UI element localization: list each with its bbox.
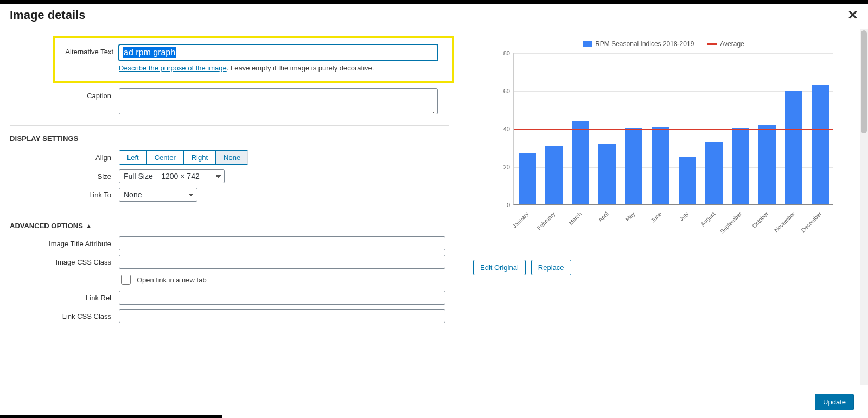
y-tick-label: 20 <box>494 164 510 170</box>
chart-bar <box>572 121 589 204</box>
settings-panel: Alternative Text ad rpm graph Describe t… <box>0 29 459 387</box>
y-tick-label: 0 <box>494 202 510 208</box>
align-button-group: Left Center Right None <box>119 150 248 165</box>
alt-text-value: ad rpm graph <box>123 47 176 58</box>
size-label: Size <box>0 169 119 181</box>
window-top-border <box>0 0 868 4</box>
alt-text-highlight: Alternative Text ad rpm graph Describe t… <box>53 36 454 83</box>
chart-bar <box>758 125 776 204</box>
dialog-title: Image details <box>10 8 85 22</box>
open-new-tab-checkbox[interactable] <box>121 275 131 285</box>
chart-bar <box>625 128 642 204</box>
alt-text-input[interactable]: ad rpm graph <box>119 44 438 61</box>
x-tick-label: November <box>773 210 796 234</box>
chart-bar <box>545 146 563 205</box>
align-left-button[interactable]: Left <box>119 151 147 164</box>
chart-bar <box>812 85 829 205</box>
chart-bar <box>598 144 616 204</box>
align-center-button[interactable]: Center <box>147 151 184 164</box>
preview-panel: RPM Seasonal Indices 2018-2019 Average 0… <box>459 29 868 387</box>
link-css-input[interactable] <box>119 309 445 323</box>
chart-bar <box>785 91 802 204</box>
chart-bar <box>519 153 536 205</box>
dialog-footer: Update <box>0 385 868 418</box>
x-tick-label: August <box>699 210 717 228</box>
dialog-header: Image details ✕ <box>0 4 868 29</box>
advanced-options-toggle[interactable]: ADVANCED OPTIONS ▲ <box>0 214 459 234</box>
link-to-label: Link To <box>0 188 119 199</box>
link-rel-label: Link Rel <box>0 291 119 302</box>
window-bottom-border <box>0 415 222 418</box>
x-tick-label: December <box>800 210 823 234</box>
chart-bar <box>652 127 669 205</box>
legend-series: RPM Seasonal Indices 2018-2019 <box>583 40 694 48</box>
chart-preview: RPM Seasonal Indices 2018-2019 Average 0… <box>494 40 833 241</box>
caret-up-icon: ▲ <box>86 223 92 229</box>
align-right-button[interactable]: Right <box>184 151 216 164</box>
x-tick-label: July <box>678 210 690 222</box>
size-select[interactable]: Full Size – 1200 × 742 <box>119 169 225 183</box>
update-button[interactable]: Update <box>815 394 854 410</box>
image-css-input[interactable] <box>119 255 445 269</box>
legend-swatch-icon <box>583 41 592 47</box>
x-tick-label: April <box>597 210 609 223</box>
open-new-tab-label: Open link in a new tab <box>137 276 207 284</box>
alt-text-label: Alternative Text <box>59 44 119 56</box>
caption-input[interactable] <box>119 88 438 114</box>
x-tick-label: February <box>535 210 556 231</box>
x-tick-label: June <box>649 210 663 224</box>
y-tick-label: 40 <box>494 126 510 132</box>
x-tick-label: May <box>624 210 636 223</box>
preview-scrollbar-thumb[interactable] <box>861 30 867 133</box>
display-settings-title: DISPLAY SETTINGS <box>0 126 459 148</box>
alt-text-hint-link[interactable]: Describe the purpose of the image <box>119 64 227 72</box>
legend-line-icon <box>707 43 717 45</box>
align-label: Align <box>0 150 119 162</box>
link-rel-input[interactable] <box>119 291 445 305</box>
image-title-input[interactable] <box>119 236 445 250</box>
alt-text-hint: Describe the purpose of the image. Leave… <box>119 64 448 72</box>
open-new-tab-row[interactable]: Open link in a new tab <box>119 273 445 286</box>
edit-original-button[interactable]: Edit Original <box>473 260 526 275</box>
y-tick-label: 60 <box>494 88 510 94</box>
chart-bar <box>732 128 749 204</box>
link-css-label: Link CSS Class <box>0 309 119 320</box>
link-to-select[interactable]: None <box>119 188 197 202</box>
x-tick-label: September <box>719 210 743 235</box>
chart-average-line <box>514 129 833 130</box>
legend-average: Average <box>707 40 744 48</box>
chart-plot-area: 020406080JanuaryFebruaryMarchAprilMayJun… <box>513 53 833 205</box>
y-tick-label: 80 <box>494 50 510 56</box>
x-tick-label: March <box>567 210 583 226</box>
image-title-label: Image Title Attribute <box>0 236 119 248</box>
x-tick-label: January <box>510 210 529 229</box>
caption-label: Caption <box>0 88 119 100</box>
image-css-label: Image CSS Class <box>0 255 119 266</box>
align-none-button[interactable]: None <box>216 151 248 164</box>
chart-bar <box>679 157 696 205</box>
preview-scrollbar[interactable] <box>860 29 868 387</box>
chart-bar <box>705 142 723 205</box>
x-tick-label: October <box>751 210 770 229</box>
close-icon[interactable]: ✕ <box>847 9 858 22</box>
replace-button[interactable]: Replace <box>531 260 571 275</box>
